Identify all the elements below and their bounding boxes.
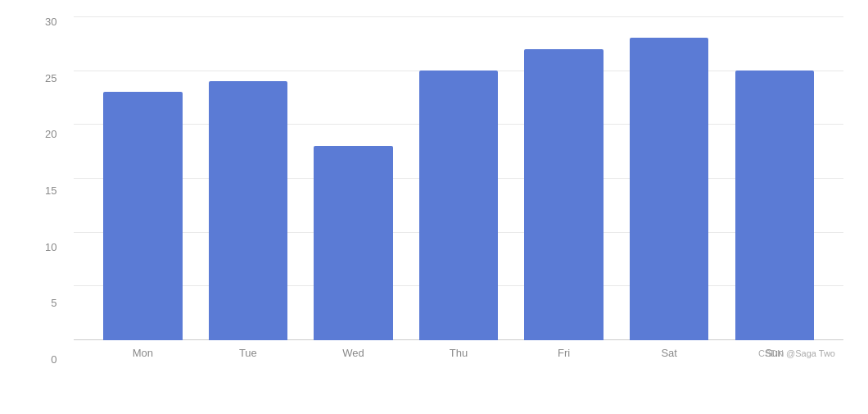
watermark: CSDN @Saga Two	[758, 348, 835, 358]
bar-sun[interactable]	[735, 71, 814, 340]
y-label-0: 0	[51, 354, 57, 365]
x-label-tue: Tue	[196, 347, 301, 359]
x-label-thu: Thu	[406, 347, 512, 359]
bar-sat[interactable]	[630, 38, 708, 340]
bar-group-sun	[721, 16, 827, 340]
bar-thu[interactable]	[419, 71, 498, 340]
bar-group-sat	[617, 16, 722, 340]
bar-tue[interactable]	[209, 81, 287, 340]
bar-mon[interactable]	[103, 92, 182, 340]
bar-group-fri	[511, 16, 617, 340]
x-label-fri: Fri	[511, 347, 617, 359]
bar-fri[interactable]	[524, 49, 603, 341]
y-label-20: 20	[45, 129, 57, 139]
bar-group-mon	[90, 16, 196, 340]
bar-group-wed	[301, 16, 406, 340]
grid-and-bars: Mon Tue Wed Thu Fri Sat Sun	[74, 16, 843, 365]
x-labels: Mon Tue Wed Thu Fri Sat Sun	[74, 340, 843, 365]
y-label-15: 15	[45, 185, 57, 196]
x-label-wed: Wed	[301, 347, 406, 359]
x-label-mon: Mon	[90, 347, 196, 359]
bar-wed[interactable]	[314, 146, 392, 340]
bars-row	[74, 16, 843, 340]
chart-area: 30 25 20 15 10 5 0	[45, 16, 843, 365]
y-label-30: 30	[45, 16, 57, 27]
y-axis: 30 25 20 15 10 5 0	[45, 16, 63, 365]
chart-container: 30 25 20 15 10 5 0	[0, 0, 868, 414]
y-label-25: 25	[45, 73, 57, 84]
y-label-10: 10	[45, 242, 57, 252]
x-label-sat: Sat	[617, 347, 722, 359]
bar-group-tue	[196, 16, 301, 340]
bar-group-thu	[406, 16, 512, 340]
y-label-5: 5	[51, 298, 57, 308]
